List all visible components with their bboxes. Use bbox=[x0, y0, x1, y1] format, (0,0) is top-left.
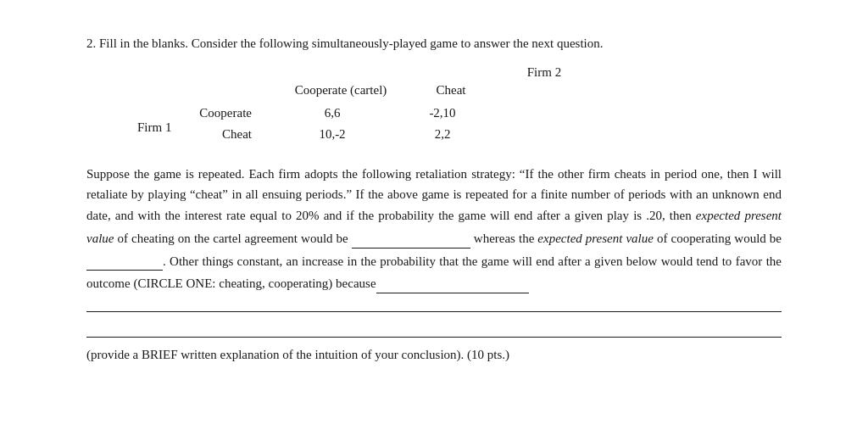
row1-label: Cooperate bbox=[184, 106, 264, 120]
para-text2: of cheating on the cartel agreement woul… bbox=[114, 232, 348, 245]
row2-cell1: 10,-2 bbox=[264, 127, 400, 142]
main-paragraph: Suppose the game is repeated. Each firm … bbox=[86, 164, 782, 295]
page-container: 2. Fill in the blanks. Consider the foll… bbox=[70, 0, 798, 391]
game-row-cheat: Cheat 10,-2 2,2 bbox=[184, 127, 485, 142]
cooperate-cartel-label: Cooperate (cartel) bbox=[273, 83, 409, 98]
para-text4: of cooperating would be bbox=[654, 232, 782, 245]
blank-1 bbox=[352, 226, 470, 249]
brief-explanation: (provide a BRIEF written explanation of … bbox=[86, 344, 782, 366]
question-text: Fill in the blanks. Consider the followi… bbox=[99, 36, 604, 50]
question-header: 2. Fill in the blanks. Consider the foll… bbox=[86, 34, 782, 53]
row2-label: Cheat bbox=[184, 127, 264, 142]
row2-cell2: 2,2 bbox=[400, 127, 485, 142]
firm1-rows: Cooperate 6,6 -2,10 Cheat 10,-2 2,2 bbox=[184, 106, 485, 148]
row1-cell2: -2,10 bbox=[400, 106, 485, 120]
para-text3: whereas the bbox=[474, 232, 538, 245]
firm1-outer: Firm 1 Cooperate 6,6 -2,10 Cheat 10,-2 2… bbox=[137, 106, 782, 148]
answer-line-wrapper: (provide a BRIEF written explanation of … bbox=[86, 311, 782, 366]
game-table: Firm 2 Cooperate (cartel) Cheat Firm 1 C… bbox=[137, 65, 782, 148]
game-rows: Firm 1 Cooperate 6,6 -2,10 Cheat 10,-2 2… bbox=[137, 106, 782, 148]
question-number: 2. bbox=[86, 36, 96, 50]
row1-cell1: 6,6 bbox=[264, 106, 400, 120]
para-text1: Suppose the game is repeated. Each firm … bbox=[86, 167, 782, 223]
game-row-cooperate: Cooperate 6,6 -2,10 bbox=[184, 106, 485, 120]
blank-2 bbox=[86, 249, 163, 271]
firm2-options-row: Cooperate (cartel) Cheat bbox=[273, 83, 782, 98]
blank-3 bbox=[376, 271, 529, 293]
brief-label: (provide a BRIEF written explanation of … bbox=[86, 348, 509, 361]
para-italic2: expected present value bbox=[537, 232, 654, 245]
firm2-label: Firm 2 bbox=[307, 65, 782, 80]
firm1-main-label: Firm 1 bbox=[137, 109, 184, 145]
answer-line bbox=[86, 317, 782, 338]
paragraph-section: Suppose the game is repeated. Each firm … bbox=[86, 164, 782, 295]
cheat-label-col: Cheat bbox=[409, 83, 493, 98]
